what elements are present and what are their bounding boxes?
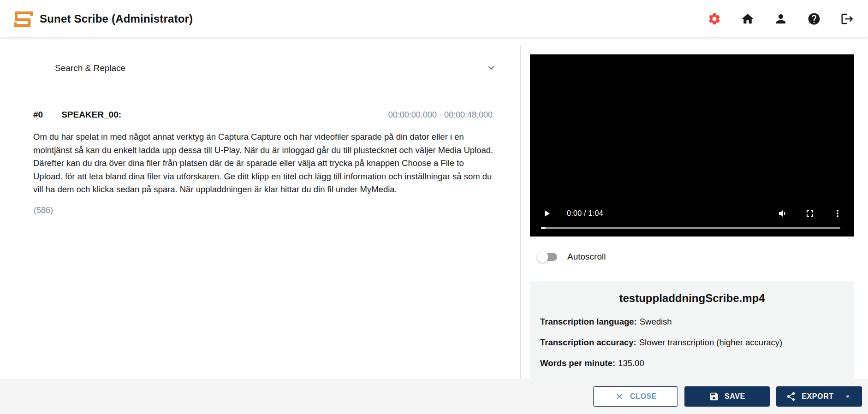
media-filename: testuppladdningScribe.mp4 (540, 292, 844, 305)
info-row-language: Transcription language:Swedish (540, 317, 844, 327)
save-button-label: SAVE (725, 392, 745, 401)
search-replace-label[interactable]: Search & Replace (55, 63, 125, 73)
sunet-scribe-app: Sunet Scribe (Administrator) Search & Re… (0, 0, 868, 414)
segment-char-count: (586) (34, 206, 53, 215)
action-bar: CLOSE SAVE EXPORT (0, 379, 868, 414)
autoscroll-row: Autoscroll (537, 250, 606, 263)
save-button[interactable]: SAVE (684, 386, 770, 407)
info-value: Swedish (640, 317, 672, 326)
caret-down-icon (843, 392, 852, 401)
segment-header: #0 SPEAKER_00: 00:00:00,000 - 00:00:48,0… (33, 110, 493, 120)
info-row-accuracy: Transcription accuracy:Slower transcript… (540, 337, 844, 348)
video-player[interactable]: 0:00 / 1:04 (530, 54, 854, 237)
home-icon[interactable] (741, 12, 755, 26)
panel-divider (520, 45, 521, 379)
fullscreen-icon[interactable] (804, 208, 815, 219)
settings-icon[interactable] (707, 12, 721, 26)
info-label: Words per minute: (540, 358, 615, 368)
app-header: Sunet Scribe (Administrator) (0, 0, 868, 37)
info-label: Transcription accuracy: (540, 337, 636, 347)
app-title: Sunet Scribe (Administrator) (40, 12, 193, 25)
video-time-display: 0:00 / 1:04 (567, 209, 603, 218)
toggle-knob (537, 251, 548, 263)
export-button[interactable]: EXPORT (776, 386, 862, 407)
autoscroll-label: Autoscroll (567, 252, 606, 262)
sunet-logo-icon (13, 10, 33, 28)
close-button-label: CLOSE (630, 392, 657, 401)
volume-icon[interactable] (777, 208, 788, 219)
autoscroll-toggle[interactable] (537, 250, 559, 263)
more-options-icon[interactable] (832, 208, 843, 219)
save-icon (709, 391, 719, 402)
chevron-down-icon[interactable] (485, 62, 497, 74)
segment-index: #0 (33, 110, 43, 120)
segment-text[interactable]: Om du har spelat in med något annat verk… (33, 130, 494, 196)
segment-speaker[interactable]: SPEAKER_00: (61, 110, 121, 120)
info-label: Transcription language: (540, 317, 637, 326)
help-icon[interactable] (807, 12, 821, 26)
close-icon (614, 391, 624, 402)
video-progress-bar[interactable] (541, 227, 840, 229)
video-controls: 0:00 / 1:04 (541, 208, 843, 219)
logout-icon[interactable] (840, 12, 854, 26)
segment-timerange: 00:00:00,000 - 00:00:48,000 (388, 110, 493, 120)
info-value: 135.00 (618, 358, 644, 368)
info-value: Slower transcription (higher accuracy) (639, 337, 783, 347)
export-button-label: EXPORT (802, 392, 833, 401)
media-info-panel: testuppladdningScribe.mp4 Transcription … (530, 281, 854, 379)
close-button[interactable]: CLOSE (593, 386, 678, 407)
video-progress-played (541, 227, 546, 229)
play-icon[interactable] (541, 208, 552, 219)
info-row-wpm: Words per minute:135.00 (540, 358, 844, 368)
share-icon (786, 391, 796, 402)
account-icon[interactable] (774, 12, 788, 26)
header-nav (707, 12, 854, 26)
